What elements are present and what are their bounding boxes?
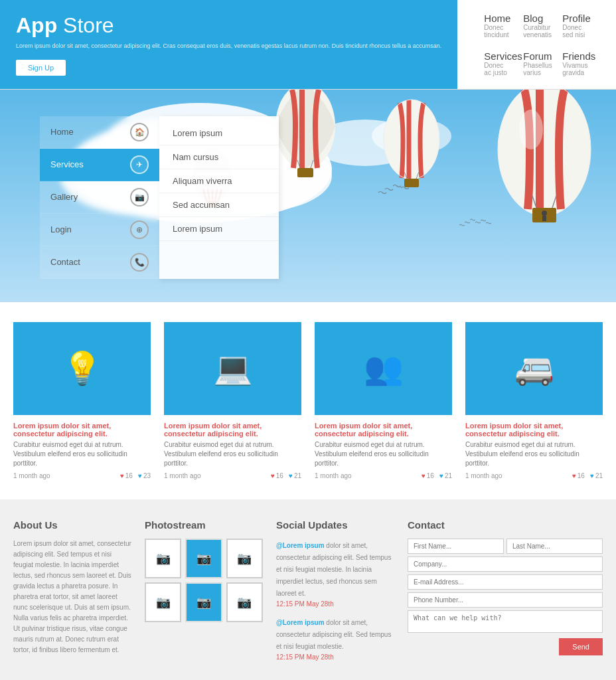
photo-thumb: 📷 <box>226 582 263 622</box>
sidebar-overlay: Home🏠Services✈Gallery📷Login⊕Contact📞 Lor… <box>40 116 279 279</box>
about-title: About Us <box>13 519 131 531</box>
sidebar-icon: ✈ <box>130 155 149 174</box>
sidebar-label: Login <box>50 224 72 234</box>
like-icon: ♥ <box>590 472 594 479</box>
card-like-stat: ♥21 <box>590 472 603 479</box>
social-title: Social Updates <box>276 519 394 531</box>
card-image: 💡 <box>13 322 151 415</box>
photo-thumb: 📷 <box>185 539 222 578</box>
dropdown-item[interactable]: Lorem ipsum <box>159 217 279 241</box>
card-date: 1 month ago <box>164 472 201 479</box>
heart-count: 16 <box>276 472 283 479</box>
nav-sub: Donec ac justo <box>484 62 510 76</box>
nav-item[interactable]: BlogCurabitur venenatis <box>516 7 556 44</box>
company-input[interactable] <box>408 556 603 572</box>
sidebar-icon: 📷 <box>130 188 149 207</box>
like-count: 23 <box>143 472 151 479</box>
nav-item[interactable]: ServicesDonec ac justo <box>477 45 516 82</box>
photo-grid: 📷 📷 📷 📷 📷 📷 <box>145 539 263 622</box>
social-updates: @Lorem ipsum dolor sit amet, consectetur… <box>276 539 394 661</box>
dropdown-item[interactable]: Sed accumsan <box>159 193 279 217</box>
card-meta: 1 month ago ♥16 ♥21 <box>465 472 603 479</box>
card-text: Curabitur euismod eget dui at rutrum. Ve… <box>13 440 151 468</box>
card-meta: 1 month ago ♥16 ♥21 <box>164 472 301 479</box>
heart-icon: ♥ <box>120 472 124 479</box>
card-heart-stat: ♥16 <box>120 472 133 479</box>
card-like-stat: ♥23 <box>138 472 151 479</box>
social-handle[interactable]: @Lorem ipsum <box>276 619 325 626</box>
nav-sub: Vivamus gravida <box>562 62 588 76</box>
sidebar-item[interactable]: Gallery📷 <box>40 181 159 214</box>
sidebar-item[interactable]: Home🏠 <box>40 116 159 149</box>
svg-rect-23 <box>404 179 419 187</box>
footer: About Us Lorem ipsum dolor sit amet, con… <box>0 499 616 680</box>
dropdown-item[interactable]: Lorem ipsum <box>159 122 279 145</box>
sidebar-item[interactable]: Services✈ <box>40 149 159 181</box>
dropdown-item[interactable]: Aliquam viverra <box>159 169 279 193</box>
card-stats: ♥16 ♥23 <box>120 472 151 479</box>
heart-count: 16 <box>125 472 133 479</box>
heart-icon: ♥ <box>572 472 576 479</box>
sidebar-item[interactable]: Contact📞 <box>40 246 159 279</box>
nav-sub: Donec sed nisi <box>562 24 588 39</box>
nav-item[interactable]: ForumPhasellus varius <box>516 45 556 82</box>
contact-title: Contact <box>408 519 603 531</box>
card-heart-stat: ♥16 <box>422 472 434 479</box>
like-count: 21 <box>294 472 301 479</box>
card-image: 🚐 <box>465 322 603 415</box>
photo-thumb: 📷 <box>226 539 263 578</box>
first-name-input[interactable] <box>408 539 504 554</box>
email-input[interactable] <box>408 574 603 590</box>
logo-bold: App <box>16 13 57 37</box>
card-title: Lorem ipsum dolor sit amet, consectetur … <box>164 422 301 438</box>
nav-item[interactable]: ProfileDonec sed nisi <box>556 7 595 44</box>
card-text: Curabitur euismod eget dui at rutrum. Ve… <box>465 440 603 468</box>
card-meta: 1 month ago ♥16 ♥21 <box>315 472 452 479</box>
signup-button[interactable]: Sign Up <box>16 60 66 76</box>
social-update-item: @Lorem ipsum dolor sit amet, consectetur… <box>276 539 394 608</box>
sidebar-label: Contact <box>50 257 80 267</box>
social-time: 12:15 PM May 28th <box>276 600 394 608</box>
card-date: 1 month ago <box>13 472 50 479</box>
sidebar-label: Gallery <box>50 192 78 202</box>
card-date: 1 month ago <box>315 472 352 479</box>
nav-title: Services <box>484 50 510 62</box>
header-nav: HomeDonec tinciduntBlogCurabitur venenat… <box>457 0 616 89</box>
card: 🚐 Lorem ipsum dolor sit amet, consectetu… <box>465 322 603 479</box>
card-text: Curabitur euismod eget dui at rutrum. Ve… <box>164 440 301 468</box>
message-input[interactable] <box>408 610 603 633</box>
svg-rect-18 <box>297 168 313 177</box>
card-stats: ♥16 ♥21 <box>422 472 452 479</box>
footer-contact: Contact Send <box>408 519 603 669</box>
last-name-input[interactable] <box>506 539 603 554</box>
logo-subtitle: Lorem ipsum dolor sit amet, consectetur … <box>16 42 441 50</box>
nav-title: Forum <box>523 50 549 62</box>
footer-about: About Us Lorem ipsum dolor sit amet, con… <box>13 519 131 669</box>
card-stats: ♥16 ♥21 <box>271 472 301 479</box>
header: App Store Lorem ipsum dolor sit amet, co… <box>0 0 616 90</box>
card-like-stat: ♥21 <box>289 472 301 479</box>
card-image: 👥 <box>315 322 452 415</box>
card-title: Lorem ipsum dolor sit amet, consectetur … <box>465 422 603 438</box>
social-handle[interactable]: @Lorem ipsum <box>276 542 325 549</box>
phone-input[interactable] <box>408 592 603 608</box>
hero-section: Home🏠Services✈Gallery📷Login⊕Contact📞 Lor… <box>0 90 616 302</box>
card-meta: 1 month ago ♥16 ♥23 <box>13 472 151 479</box>
card: 💡 Lorem ipsum dolor sit amet, consectetu… <box>13 322 151 479</box>
heart-icon: ♥ <box>422 472 425 479</box>
footer-photostream: Photostream 📷 📷 📷 📷 📷 📷 <box>145 519 263 669</box>
heart-count: 16 <box>427 472 434 479</box>
card-stats: ♥16 ♥21 <box>572 472 603 479</box>
nav-sub: Donec tincidunt <box>484 24 510 39</box>
nav-item[interactable]: HomeDonec tincidunt <box>477 7 516 44</box>
send-button[interactable]: Send <box>559 638 603 655</box>
sidebar-icon: ⊕ <box>130 220 149 239</box>
sidebar-item[interactable]: Login⊕ <box>40 214 159 246</box>
nav-item[interactable]: FriendsVivamus gravida <box>556 45 595 82</box>
cards-section: 💡 Lorem ipsum dolor sit amet, consectetu… <box>0 302 616 499</box>
sidebar-icon: 🏠 <box>130 123 149 141</box>
dropdown-item[interactable]: Nam cursus <box>159 145 279 169</box>
name-row <box>408 539 603 554</box>
like-icon: ♥ <box>138 472 142 479</box>
nav-sub: Curabitur venenatis <box>523 24 549 39</box>
